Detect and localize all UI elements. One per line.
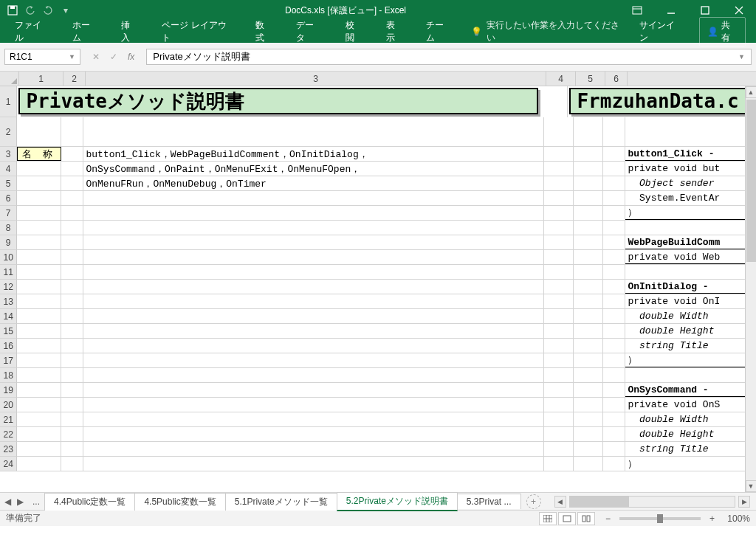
row-header[interactable]: 11 bbox=[0, 265, 17, 280]
cell[interactable] bbox=[574, 250, 603, 264]
cell[interactable] bbox=[61, 412, 83, 426]
cell[interactable] bbox=[574, 412, 603, 426]
save-icon[interactable] bbox=[7, 5, 18, 15]
cell[interactable] bbox=[83, 427, 544, 441]
cell[interactable] bbox=[61, 368, 83, 382]
cell[interactable] bbox=[17, 457, 61, 471]
cell[interactable]: string Title bbox=[625, 442, 744, 456]
cell[interactable] bbox=[17, 191, 61, 205]
tab-scroll-left-icon[interactable]: ◀ bbox=[4, 497, 11, 507]
vscroll-thumb[interactable] bbox=[746, 100, 756, 262]
cell[interactable] bbox=[17, 412, 61, 426]
cell[interactable] bbox=[603, 324, 625, 338]
row-header[interactable]: 19 bbox=[0, 383, 17, 398]
cell[interactable] bbox=[83, 339, 544, 353]
formula-input[interactable]: Privateメソッド説明書 ▼ bbox=[146, 49, 752, 65]
cell[interactable] bbox=[603, 339, 625, 353]
cell[interactable] bbox=[17, 427, 61, 441]
row-header[interactable]: 3 bbox=[0, 147, 17, 162]
accept-formula-icon[interactable]: ✓ bbox=[106, 49, 122, 65]
cell[interactable] bbox=[83, 117, 544, 147]
cell[interactable]: ） bbox=[625, 206, 744, 220]
cell[interactable] bbox=[83, 457, 544, 471]
cell[interactable] bbox=[17, 398, 61, 412]
cell[interactable] bbox=[574, 206, 603, 220]
cell[interactable] bbox=[83, 353, 544, 367]
cell[interactable] bbox=[574, 221, 603, 235]
cell[interactable] bbox=[603, 294, 625, 308]
cell[interactable] bbox=[61, 427, 83, 441]
cell[interactable] bbox=[625, 368, 744, 382]
scroll-up-icon[interactable]: ▲ bbox=[746, 86, 756, 98]
row-header[interactable]: 21 bbox=[0, 412, 17, 427]
cell[interactable] bbox=[574, 117, 603, 147]
zoom-out-button[interactable]: − bbox=[602, 513, 614, 524]
cell[interactable]: OnInitDialog - bbox=[625, 280, 744, 294]
select-all-corner[interactable] bbox=[0, 72, 19, 86]
cell[interactable]: double Height bbox=[625, 324, 744, 338]
cell[interactable]: OnMenuFRun，OnMenuDebug，OnTimer bbox=[83, 176, 544, 190]
cancel-formula-icon[interactable]: ✕ bbox=[88, 49, 104, 65]
cell[interactable] bbox=[538, 86, 568, 117]
cell[interactable] bbox=[83, 442, 544, 456]
cell[interactable] bbox=[61, 324, 83, 338]
zoom-in-button[interactable]: + bbox=[707, 513, 718, 524]
cell[interactable] bbox=[603, 221, 625, 235]
cell[interactable] bbox=[544, 383, 574, 397]
cell[interactable] bbox=[574, 280, 603, 294]
cell[interactable] bbox=[61, 398, 83, 412]
cell[interactable] bbox=[574, 427, 603, 441]
cell[interactable] bbox=[61, 294, 83, 308]
tab-file[interactable]: ファイル bbox=[3, 21, 61, 43]
cell[interactable] bbox=[603, 309, 625, 323]
cell[interactable] bbox=[544, 162, 574, 176]
cell[interactable] bbox=[574, 353, 603, 367]
row-header[interactable]: 12 bbox=[0, 280, 17, 294]
redo-icon[interactable] bbox=[43, 5, 53, 15]
cell[interactable]: System.EventAr bbox=[625, 191, 744, 205]
cell[interactable] bbox=[61, 265, 83, 279]
row-header[interactable]: 6 bbox=[0, 191, 17, 206]
tab-overflow-icon[interactable]: ... bbox=[28, 497, 44, 507]
col-header-6[interactable]: 6 bbox=[605, 72, 628, 86]
cell[interactable]: double Height bbox=[625, 427, 744, 441]
tab-data[interactable]: データ bbox=[284, 21, 333, 43]
cell[interactable] bbox=[544, 324, 574, 338]
cell[interactable] bbox=[544, 353, 574, 367]
cell-title[interactable]: Privateメソッド説明書 bbox=[18, 88, 538, 114]
cell[interactable] bbox=[17, 324, 61, 338]
cell[interactable] bbox=[544, 265, 574, 279]
view-pagebreak-icon[interactable] bbox=[577, 512, 595, 525]
cell[interactable] bbox=[603, 147, 625, 161]
cell[interactable] bbox=[17, 339, 61, 353]
cell[interactable]: WebPageBuildComm bbox=[625, 235, 744, 249]
cell[interactable] bbox=[17, 383, 61, 397]
tab-pagelayout[interactable]: ページ レイアウト bbox=[150, 21, 244, 43]
cell[interactable] bbox=[83, 294, 544, 308]
cell[interactable] bbox=[603, 280, 625, 294]
cell[interactable] bbox=[61, 309, 83, 323]
minimize-icon[interactable] bbox=[654, 0, 688, 21]
tab-insert[interactable]: 挿入 bbox=[109, 21, 150, 43]
cell[interactable] bbox=[83, 206, 544, 220]
cell[interactable] bbox=[544, 294, 574, 308]
cell[interactable] bbox=[625, 265, 744, 279]
row-header[interactable]: 13 bbox=[0, 294, 17, 309]
cell[interactable] bbox=[574, 339, 603, 353]
cell[interactable] bbox=[83, 191, 544, 205]
cell[interactable] bbox=[603, 368, 625, 382]
row-header[interactable]: 7 bbox=[0, 206, 17, 221]
cell[interactable] bbox=[574, 294, 603, 308]
cell[interactable] bbox=[574, 457, 603, 471]
sheet-tab[interactable]: 5.1Privateメソッド一覧 bbox=[225, 493, 337, 511]
sheet-tab[interactable]: 4.4Public定数一覧 bbox=[44, 493, 135, 511]
formula-expand-icon[interactable]: ▼ bbox=[738, 53, 745, 60]
cell[interactable] bbox=[61, 353, 83, 367]
tab-home[interactable]: ホーム bbox=[61, 21, 109, 43]
cell[interactable] bbox=[544, 176, 574, 190]
cell[interactable] bbox=[83, 398, 544, 412]
ribbon-display-icon[interactable] bbox=[620, 0, 654, 21]
tab-formulas[interactable]: 数式 bbox=[244, 21, 284, 43]
vertical-scrollbar[interactable]: ▲ ▼ bbox=[745, 86, 756, 492]
row-header[interactable]: 22 bbox=[0, 427, 17, 442]
